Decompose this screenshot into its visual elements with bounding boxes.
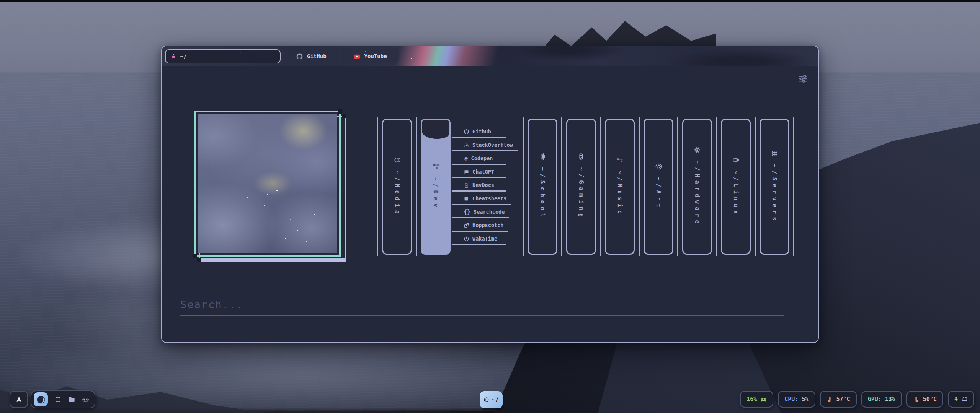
globe-icon	[483, 397, 489, 403]
frame-handle	[338, 109, 342, 114]
notifications-pill[interactable]: 4	[948, 391, 974, 408]
shelf-divider	[755, 117, 756, 256]
window-outline-icon[interactable]	[54, 396, 62, 403]
git-branch-icon	[432, 163, 439, 170]
tab-label: GitHub	[307, 53, 327, 59]
shelf-divider	[600, 117, 601, 256]
book-linux[interactable]: ~/Linux	[721, 119, 751, 255]
tab-label: YouTube	[364, 53, 387, 59]
link-codepen[interactable]: ◈ Codepen	[452, 155, 506, 165]
book-gaming[interactable]: ~/Gaming	[566, 119, 596, 255]
link-wakatime[interactable]: WakaTime	[452, 236, 506, 245]
link-github[interactable]: Github	[452, 128, 506, 138]
chip-icon	[694, 146, 701, 154]
frame-handle	[197, 258, 201, 262]
book-dev-active[interactable]: ~/Dev	[421, 119, 451, 255]
gamepad-icon	[578, 153, 585, 160]
link-label: StackOverflow	[472, 142, 513, 148]
stack-icon	[464, 142, 469, 148]
url-bar[interactable]: ~/	[165, 49, 281, 63]
gpu-value: 13%	[885, 396, 895, 403]
book-art[interactable]: ~/Art	[644, 119, 673, 255]
bell-icon	[961, 396, 968, 403]
link-searchcode[interactable]: {} Searchcode	[452, 209, 509, 218]
link-label: Searchcode	[474, 209, 505, 215]
folder-icon[interactable]	[68, 396, 75, 403]
cpu-value: 5%	[802, 396, 808, 403]
gpu-label: GPU:	[868, 396, 882, 403]
youtube-icon	[353, 53, 361, 60]
cpu-usage-pill: CPU: 5%	[778, 391, 815, 408]
browser-window: ~/ GitHub YouTube ~/Media	[161, 46, 819, 343]
shelf-divider	[677, 117, 678, 256]
book-label: ~/Hardware	[694, 161, 701, 227]
tv-icon	[394, 156, 401, 164]
link-hoppscotch[interactable]: Hoppscotch	[452, 222, 508, 232]
book-label: ~/Dev	[432, 177, 439, 210]
link-label: DevDocs	[472, 182, 494, 188]
link-stackoverflow[interactable]: StackOverflow	[452, 142, 518, 151]
url-text: ~/	[180, 53, 187, 59]
music-note-icon: ♪	[616, 158, 623, 162]
book-servers[interactable]: ~/Servers	[760, 119, 789, 255]
search-input[interactable]	[180, 299, 784, 316]
link-label: WakaTime	[472, 236, 497, 242]
gamepad-icon[interactable]	[82, 396, 89, 403]
browser-topbar: ~/ GitHub YouTube	[162, 46, 818, 66]
firefox-app-button[interactable]	[34, 392, 48, 406]
artwork-frame	[194, 111, 341, 257]
book-label: ~/Linux	[732, 171, 739, 217]
shelf-divider	[793, 117, 794, 256]
frame-handle	[193, 254, 197, 258]
gpu-temp-pill: 50°C	[906, 391, 943, 408]
link-label: Cheatsheets	[472, 195, 506, 202]
frame-handle	[342, 114, 346, 118]
book-label: ~/Art	[655, 177, 662, 210]
github-icon	[464, 129, 469, 135]
book-label: ~/School	[539, 167, 546, 220]
graduation-cap-icon	[539, 153, 546, 160]
link-devdocs[interactable]: DevDocs	[452, 182, 506, 192]
firefox-icon	[36, 395, 46, 405]
link-label: Github	[472, 128, 491, 135]
penguin-icon	[732, 156, 740, 164]
launcher-button[interactable]	[10, 391, 28, 408]
shelf-divider	[639, 117, 640, 256]
book-media[interactable]: ~/Media	[382, 119, 412, 255]
tab-youtube[interactable]: YouTube	[342, 49, 399, 63]
book-label: ~/Gaming	[578, 167, 585, 220]
chat-bubble-icon	[464, 169, 469, 175]
book-icon	[464, 196, 469, 202]
arch-logo-white-icon	[15, 395, 23, 403]
search-bar	[180, 299, 783, 316]
thermometer-icon	[913, 396, 920, 403]
codepen-icon: ◈	[464, 156, 468, 161]
startpage-content: ~/Media ~/Dev Github StackOverflow ◈ Cod…	[162, 66, 818, 342]
document-icon	[464, 182, 469, 188]
link-cheatsheets[interactable]: Cheatsheets	[452, 195, 511, 205]
bookshelf: ~/Media ~/Dev Github StackOverflow ◈ Cod…	[375, 119, 797, 255]
link-chatgpt[interactable]: ChatGPT	[452, 169, 506, 178]
palette-icon	[655, 163, 662, 170]
sliders-icon[interactable]	[797, 73, 809, 85]
server-rack-icon	[771, 150, 778, 157]
ram-usage-pill: 16%	[740, 391, 773, 408]
artwork-image	[198, 114, 337, 253]
book-school[interactable]: ~/School	[528, 119, 557, 255]
shelf-divider	[561, 117, 562, 256]
gpu-usage-pill: GPU: 13%	[861, 391, 902, 408]
book-hardware[interactable]: ~/Hardware	[682, 119, 712, 255]
book-label: ~/Media	[394, 171, 400, 217]
github-icon	[296, 53, 303, 60]
system-stats: 16% CPU: 5% 57°C GPU: 13% 50°C 4	[740, 391, 974, 408]
dock	[31, 390, 95, 408]
book-label: ~/Servers	[771, 164, 778, 224]
tab-github[interactable]: GitHub	[284, 49, 338, 63]
link-label: Codepen	[471, 155, 493, 161]
shelf-divider	[523, 117, 524, 256]
active-window-label: ~/	[492, 397, 498, 403]
ram-percent: 16%	[746, 396, 757, 403]
taskbar-active-window[interactable]: ~/	[480, 391, 503, 408]
book-music[interactable]: ♪ ~/Music	[605, 119, 635, 255]
shelf-divider	[377, 117, 378, 256]
